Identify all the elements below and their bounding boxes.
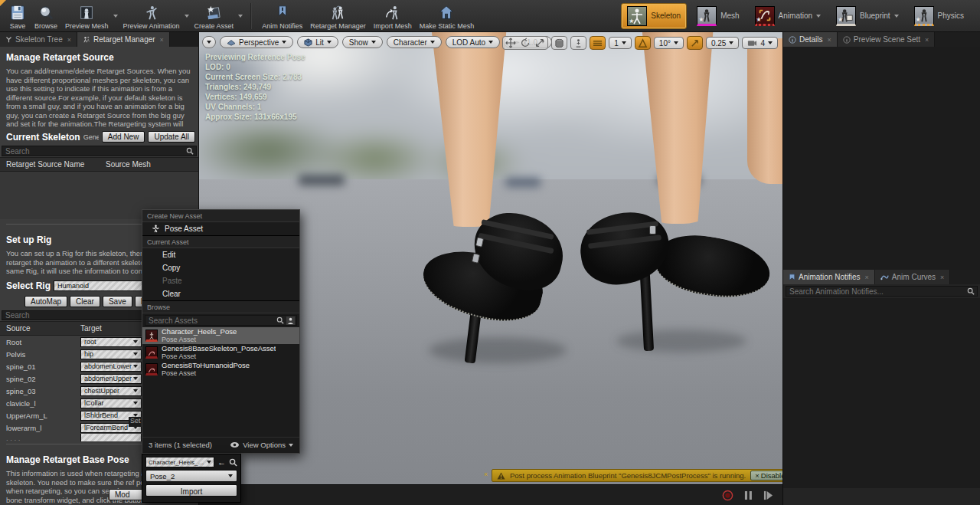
browse-button[interactable]: Browse bbox=[31, 1, 61, 31]
character-button[interactable]: Character bbox=[387, 36, 442, 48]
mode-mesh[interactable]: ★ Mesh bbox=[691, 4, 744, 28]
target-bone-dropdown[interactable]: lCollar bbox=[80, 398, 142, 408]
window-corner-accent bbox=[0, 0, 6, 6]
column-target[interactable]: Target bbox=[80, 324, 102, 333]
add-new-button[interactable]: Add New bbox=[102, 131, 145, 143]
notifies-search[interactable] bbox=[786, 286, 978, 297]
tab-retarget-manager[interactable]: Retarget Manager × bbox=[77, 32, 170, 47]
create-asset-button[interactable]: Create Asset bbox=[191, 1, 238, 31]
search-icon bbox=[967, 287, 975, 295]
blueprint-dropdown-caret[interactable] bbox=[894, 15, 899, 18]
create-asset-dropdown-caret[interactable] bbox=[238, 15, 243, 18]
lit-button[interactable]: Lit bbox=[297, 36, 338, 48]
asset-search[interactable] bbox=[145, 315, 297, 326]
animation-dropdown-caret[interactable] bbox=[816, 15, 821, 18]
viewport-options-button[interactable] bbox=[202, 36, 216, 48]
grid-snap-value-button[interactable]: 1 bbox=[609, 37, 632, 49]
tab-details[interactable]: Details × bbox=[783, 32, 838, 47]
close-tab-icon[interactable]: × bbox=[160, 36, 164, 44]
filter-person-icon[interactable] bbox=[286, 316, 295, 325]
step-forward-button[interactable] bbox=[763, 490, 773, 500]
current-skeleton-label: Current Skeleton bbox=[6, 132, 80, 143]
scale-snap-toggle[interactable] bbox=[687, 36, 703, 50]
preview-mesh-dropdown-caret[interactable] bbox=[113, 15, 118, 18]
coordinate-system-button[interactable] bbox=[551, 36, 567, 50]
grid-snap-toggle[interactable] bbox=[590, 36, 606, 50]
column-source-mesh[interactable]: Source Mesh bbox=[106, 160, 151, 169]
show-button[interactable]: Show bbox=[342, 36, 383, 48]
preview-mesh-button[interactable]: Preview Mesh bbox=[61, 1, 113, 31]
record-button[interactable] bbox=[722, 490, 733, 501]
browse-to-asset-icon[interactable] bbox=[229, 458, 237, 467]
preview-animation-dropdown-caret[interactable] bbox=[185, 15, 189, 18]
surface-snap-button[interactable] bbox=[570, 36, 586, 50]
browse-icon bbox=[37, 5, 55, 21]
retarget-source-table-header: Retarget Source Name Source Mesh bbox=[0, 157, 198, 172]
camera-speed-button[interactable]: 4 bbox=[742, 37, 778, 49]
make-static-mesh-button[interactable]: Make Static Mesh bbox=[416, 1, 479, 31]
back-arrow-icon[interactable]: ← bbox=[217, 458, 226, 466]
menu-item-paste[interactable]: Paste bbox=[142, 274, 299, 287]
view-options-button[interactable]: View Options bbox=[230, 441, 293, 449]
pose-select-dropdown[interactable]: Pose_2 bbox=[145, 470, 237, 482]
update-all-button[interactable]: Update All bbox=[148, 131, 195, 143]
save-rig-button[interactable]: Save bbox=[103, 296, 132, 307]
target-bone-dropdown[interactable]: abdomenUpper bbox=[80, 374, 142, 384]
asset-item[interactable]: Character_Heels_Pose Pose Asset bbox=[142, 327, 299, 344]
pause-button[interactable] bbox=[744, 490, 753, 500]
save-button[interactable]: Save bbox=[5, 1, 31, 31]
menu-item-copy[interactable]: Copy bbox=[142, 261, 299, 274]
lod-auto-button[interactable]: LOD Auto bbox=[446, 36, 500, 48]
notifies-search-input[interactable] bbox=[786, 287, 967, 297]
close-tab-icon[interactable]: × bbox=[925, 36, 929, 44]
pose-asset-picker-button[interactable]: Character_Heels_Pose bbox=[145, 457, 214, 467]
preview-animation-button[interactable]: Preview Animation bbox=[119, 1, 184, 31]
scale-snap-value-button[interactable]: 0.25 bbox=[706, 37, 739, 49]
close-tab-icon[interactable]: × bbox=[865, 274, 869, 281]
chevron-down-icon bbox=[327, 41, 332, 44]
close-tab-icon[interactable]: × bbox=[940, 274, 944, 281]
menu-item-clear[interactable]: Clear bbox=[142, 287, 299, 300]
perspective-button[interactable]: Perspective bbox=[220, 36, 293, 48]
tab-preview-scene-settings[interactable]: Preview Scene Sett × bbox=[838, 32, 936, 47]
asset-item[interactable]: Genesis8BaseSkeleton_PoseAsset Pose Asse… bbox=[142, 344, 299, 361]
clear-button[interactable]: Clear bbox=[70, 296, 100, 307]
tab-anim-curves[interactable]: Anim Curves × bbox=[875, 270, 951, 284]
menu-item-edit[interactable]: Edit bbox=[142, 248, 299, 261]
import-pose-button[interactable]: Import bbox=[145, 484, 237, 497]
menu-item-pose-asset[interactable]: Pose Asset bbox=[142, 222, 299, 235]
target-bone-dropdown[interactable]: hip bbox=[80, 349, 142, 359]
mode-blueprint[interactable]: ★ Blueprint bbox=[831, 4, 903, 28]
target-bone-dropdown[interactable]: chestUpper bbox=[80, 386, 142, 396]
tab-skeleton-tree[interactable]: Skeleton Tree × bbox=[0, 32, 77, 47]
asset-item[interactable]: Genesis8ToHumanoidPose Pose Asset bbox=[142, 361, 299, 378]
column-source[interactable]: Source bbox=[6, 324, 80, 333]
translate-icon[interactable] bbox=[505, 38, 516, 48]
import-mesh-button[interactable]: Import Mesh bbox=[370, 1, 416, 31]
target-bone-dropdown[interactable] bbox=[80, 434, 142, 441]
chevron-down-icon bbox=[729, 41, 733, 44]
retarget-source-search-input[interactable] bbox=[2, 146, 186, 156]
close-tab-icon[interactable]: × bbox=[67, 36, 71, 44]
scale-icon[interactable] bbox=[534, 38, 545, 48]
automap-button[interactable]: AutoMap bbox=[24, 296, 67, 307]
rotation-snap-value-button[interactable]: 10° bbox=[654, 37, 684, 49]
asset-name: Character_Heels_Pose bbox=[162, 328, 237, 336]
mode-skeleton[interactable]: ★ Skeleton bbox=[621, 3, 687, 29]
tab-animation-notifies[interactable]: Animation Notifies × bbox=[783, 270, 875, 284]
close-tab-icon[interactable]: × bbox=[828, 36, 831, 44]
column-retarget-source-name[interactable]: Retarget Source Name bbox=[6, 160, 106, 169]
disable-postprocess-button[interactable]: × Disable bbox=[750, 471, 782, 480]
target-bone-dropdown[interactable]: root bbox=[80, 337, 142, 347]
asset-search-input[interactable] bbox=[145, 316, 276, 326]
warning-close-icon[interactable]: × bbox=[484, 471, 488, 478]
right-dock: Details × Preview Scene Sett × Animation… bbox=[782, 32, 980, 505]
target-bone-dropdown[interactable]: abdomenLower bbox=[80, 362, 142, 372]
rotate-icon[interactable] bbox=[520, 38, 531, 48]
retarget-source-search[interactable] bbox=[2, 146, 197, 156]
anim-notifies-button[interactable]: Anim Notifies bbox=[258, 1, 306, 31]
rotation-snap-toggle[interactable] bbox=[635, 36, 651, 50]
mode-animation[interactable]: ★ Animation bbox=[750, 4, 826, 28]
retarget-manager-button[interactable]: Retarget Manager bbox=[306, 1, 370, 31]
mode-physics[interactable]: ★ Physics bbox=[909, 4, 969, 28]
